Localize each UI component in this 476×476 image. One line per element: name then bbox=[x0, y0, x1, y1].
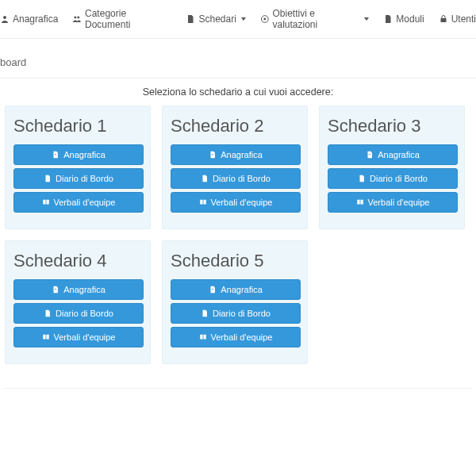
nav-label: Moduli bbox=[396, 13, 424, 25]
footer-separator bbox=[5, 388, 471, 389]
diario-button[interactable]: Diario di Bordo bbox=[13, 303, 144, 324]
file-icon bbox=[358, 175, 366, 182]
book-icon bbox=[42, 333, 50, 341]
svg-point-9 bbox=[55, 289, 56, 290]
nav-label: Schedari bbox=[198, 13, 236, 25]
svg-point-6 bbox=[55, 154, 56, 155]
book-icon bbox=[42, 198, 50, 206]
file-icon bbox=[186, 14, 195, 24]
navbar: Anagrafica Categorie Documenti Schedari … bbox=[0, 0, 476, 39]
svg-point-0 bbox=[3, 16, 6, 19]
svg-rect-5 bbox=[440, 18, 446, 22]
instruction-text: Seleziona lo schedario a cui vuoi accede… bbox=[0, 79, 476, 102]
user-icon bbox=[0, 14, 10, 24]
card-title: Schedario 3 bbox=[328, 116, 456, 136]
card-grid: Schedario 1 Anagrafica Diario di Bordo V… bbox=[0, 102, 476, 380]
breadcrumb: board bbox=[0, 39, 476, 79]
anagrafica-button[interactable]: Anagrafica bbox=[171, 144, 301, 165]
btn-label: Verbali d'equipe bbox=[54, 198, 116, 207]
book-icon bbox=[199, 333, 207, 341]
nav-obiettivi[interactable]: Obiettivi e valutazioni bbox=[260, 8, 369, 30]
nav-label: Obiettivi e valutazioni bbox=[272, 8, 359, 30]
verbali-button[interactable]: Verbali d'equipe bbox=[13, 192, 144, 213]
btn-label: Diario di Bordo bbox=[370, 174, 428, 183]
nav-label: Categorie Documenti bbox=[85, 8, 171, 30]
breadcrumb-text: board bbox=[0, 56, 26, 68]
btn-label: Verbali d'equipe bbox=[211, 332, 273, 342]
diario-button[interactable]: Diario di Bordo bbox=[328, 168, 458, 189]
target-icon bbox=[260, 14, 270, 24]
svg-point-2 bbox=[78, 17, 80, 19]
user-file-icon bbox=[209, 286, 217, 294]
card-title: Schedario 4 bbox=[13, 251, 142, 271]
btn-label: Anagrafica bbox=[63, 285, 106, 294]
schedario-card: Schedario 4 Anagrafica Diario di Bordo V… bbox=[5, 240, 151, 364]
user-file-icon bbox=[52, 151, 60, 159]
btn-label: Diario di Bordo bbox=[56, 174, 113, 183]
anagrafica-button[interactable]: Anagrafica bbox=[13, 144, 144, 165]
verbali-button[interactable]: Verbali d'equipe bbox=[171, 327, 301, 347]
btn-label: Anagrafica bbox=[221, 285, 263, 294]
nav-moduli[interactable]: Moduli bbox=[383, 13, 424, 25]
btn-label: Diario di Bordo bbox=[213, 174, 271, 183]
anagrafica-button[interactable]: Anagrafica bbox=[328, 144, 458, 165]
nav-label: Utenti bbox=[451, 13, 476, 25]
diario-button[interactable]: Diario di Bordo bbox=[171, 303, 301, 324]
nav-utenti[interactable]: Utenti bbox=[439, 13, 476, 25]
btn-label: Verbali d'equipe bbox=[368, 198, 430, 207]
chevron-down-icon bbox=[241, 17, 246, 21]
svg-point-8 bbox=[369, 154, 370, 155]
nav-anagrafica[interactable]: Anagrafica bbox=[0, 13, 58, 25]
file-icon bbox=[44, 309, 52, 317]
card-title: Schedario 1 bbox=[13, 116, 142, 136]
svg-point-1 bbox=[75, 17, 77, 19]
card-title: Schedario 5 bbox=[171, 251, 299, 271]
btn-label: Anagrafica bbox=[63, 150, 106, 159]
btn-label: Anagrafica bbox=[221, 150, 263, 159]
btn-label: Diario di Bordo bbox=[213, 309, 271, 318]
nav-label: Anagrafica bbox=[13, 13, 58, 25]
nav-schedari[interactable]: Schedari bbox=[186, 13, 245, 25]
user-file-icon bbox=[209, 151, 217, 159]
anagrafica-button[interactable]: Anagrafica bbox=[13, 279, 144, 300]
svg-point-10 bbox=[212, 289, 213, 290]
schedario-card: Schedario 3 Anagrafica Diario di Bordo V… bbox=[319, 106, 465, 229]
svg-point-7 bbox=[212, 154, 213, 155]
diario-button[interactable]: Diario di Bordo bbox=[171, 168, 301, 189]
file-icon bbox=[201, 309, 209, 317]
btn-label: Diario di Bordo bbox=[56, 309, 113, 318]
file-icon bbox=[383, 14, 393, 24]
user-file-icon bbox=[366, 151, 374, 159]
verbali-button[interactable]: Verbali d'equipe bbox=[171, 192, 301, 213]
svg-point-4 bbox=[263, 18, 266, 21]
chevron-down-icon bbox=[364, 17, 369, 21]
btn-label: Verbali d'equipe bbox=[211, 198, 273, 207]
lock-icon bbox=[439, 14, 448, 24]
nav-categorie[interactable]: Categorie Documenti bbox=[72, 8, 171, 30]
users-icon bbox=[72, 14, 82, 24]
schedario-card: Schedario 1 Anagrafica Diario di Bordo V… bbox=[5, 106, 151, 229]
user-file-icon bbox=[52, 286, 60, 294]
file-icon bbox=[201, 175, 209, 182]
schedario-card: Schedario 2 Anagrafica Diario di Bordo V… bbox=[162, 106, 308, 229]
schedario-card: Schedario 5 Anagrafica Diario di Bordo V… bbox=[162, 240, 308, 364]
btn-label: Anagrafica bbox=[378, 150, 420, 159]
verbali-button[interactable]: Verbali d'equipe bbox=[13, 327, 144, 347]
diario-button[interactable]: Diario di Bordo bbox=[13, 168, 144, 189]
btn-label: Verbali d'equipe bbox=[54, 332, 116, 342]
book-icon bbox=[356, 198, 364, 206]
file-icon bbox=[44, 175, 52, 182]
verbali-button[interactable]: Verbali d'equipe bbox=[328, 192, 458, 213]
card-title: Schedario 2 bbox=[171, 116, 299, 136]
anagrafica-button[interactable]: Anagrafica bbox=[171, 279, 301, 300]
book-icon bbox=[199, 198, 207, 206]
